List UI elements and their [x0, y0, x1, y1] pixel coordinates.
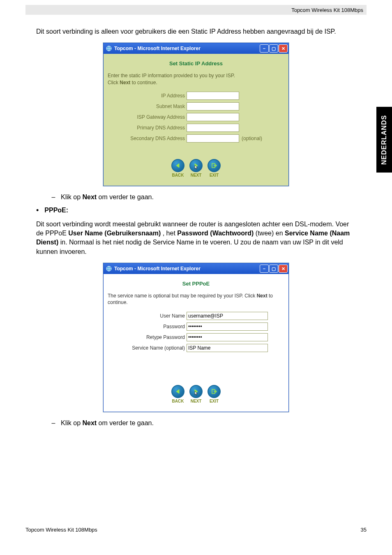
instruction-text: The service name is optional but may be … [108, 292, 284, 306]
user-row: User Name [107, 312, 285, 320]
maximize-button[interactable]: ▢ [269, 44, 278, 53]
gateway-label: ISP Gateway Address [107, 114, 185, 120]
retype-password-label: Retype Password [107, 334, 185, 340]
dash: – [51, 193, 56, 201]
language-tab: NEDERLANDS [376, 107, 392, 173]
header-product: Topcom Wireless Kit 108Mbps [291, 7, 363, 13]
click-next-text: Klik op Next om verder te gaan. [61, 419, 154, 427]
window-title: Topcom - Microsoft Internet Explorer [114, 266, 257, 272]
ip-input[interactable] [187, 92, 239, 100]
gateway-input[interactable] [187, 113, 239, 121]
instruction-text: Enter the static IP information provided… [108, 72, 284, 85]
instr-a: The service name is optional but may be … [108, 293, 257, 299]
exit-button[interactable] [208, 159, 221, 172]
pdns-label: Primary DNS Address [107, 125, 185, 131]
subnet-input[interactable] [187, 102, 239, 111]
back-button[interactable] [171, 385, 184, 398]
back-label: BACK [172, 173, 184, 177]
page-header: Topcom Wireless Kit 108Mbps [25, 5, 367, 15]
intro-paragraph: Dit soort verbinding is alleen voor gebr… [36, 27, 356, 36]
footer-product: Topcom Wireless Kit 108Mbps [25, 527, 97, 533]
page-title: Set PPPoE [107, 281, 285, 287]
instr-b: Next [257, 293, 267, 299]
service-row: Service Name (optional) [107, 344, 285, 352]
nav-buttons: BACK NEXT EXIT [107, 385, 285, 403]
close-button[interactable]: ✕ [279, 265, 288, 273]
click-next-line-2: – Klik op Next om verder te gaan. [51, 419, 356, 427]
ie-icon [106, 266, 112, 272]
back-button[interactable] [171, 159, 184, 172]
close-button[interactable]: ✕ [279, 44, 288, 53]
pppoe-section-head: • PPPoE: [36, 207, 356, 215]
maximize-button[interactable]: ▢ [269, 265, 278, 273]
optional-label: (optional) [242, 136, 262, 141]
ie-window-pppoe: Topcom - Microsoft Internet Explorer − ▢… [103, 263, 289, 412]
pdns-input[interactable] [187, 124, 239, 132]
click-next-line-1: – Klik op Next om verder te gaan. [51, 193, 356, 201]
sdns-input[interactable] [187, 134, 239, 143]
page-footer: Topcom Wireless Kit 108Mbps 35 [25, 527, 367, 533]
cursor-icon [194, 165, 198, 170]
window-title: Topcom - Microsoft Internet Explorer [114, 46, 257, 51]
sdns-row: Secondary DNS Address (optional) [107, 134, 285, 143]
next-label: NEXT [191, 173, 202, 177]
cursor-icon [194, 391, 198, 396]
pppoe-paragraph: Dit soort verbinding wordt meestal gebru… [36, 220, 356, 257]
instr-pre: Click [108, 80, 120, 85]
instr-line1: Enter the static IP information provided… [108, 73, 235, 78]
dash: – [51, 419, 56, 427]
sdns-label: Secondary DNS Address [107, 136, 185, 141]
ip-row: IP Address [107, 92, 285, 100]
minimize-button[interactable]: − [260, 44, 269, 53]
back-label: BACK [172, 399, 184, 403]
bullet-dot: • [36, 207, 39, 215]
ie-window-static: Topcom - Microsoft Internet Explorer − ▢… [103, 43, 289, 186]
ie-icon [106, 46, 112, 51]
ip-label: IP Address [107, 93, 185, 99]
subnet-label: Subnet Mask [107, 104, 185, 109]
exit-button[interactable] [208, 385, 221, 398]
language-tab-label: NEDERLANDS [380, 115, 388, 164]
user-label: User Name [107, 313, 185, 319]
password-row: Password [107, 322, 285, 331]
pdns-row: Primary DNS Address [107, 124, 285, 132]
retype-password-input[interactable] [187, 333, 268, 341]
instr-bold: Next [120, 80, 130, 85]
service-input[interactable] [187, 344, 268, 352]
page-number: 35 [361, 527, 367, 533]
page-title: Set Static IP Address [107, 60, 285, 67]
password-label: Password [107, 324, 185, 329]
exit-label: EXIT [210, 399, 219, 403]
user-input[interactable] [187, 312, 268, 320]
service-label: Service Name (optional) [107, 345, 185, 351]
window-titlebar: Topcom - Microsoft Internet Explorer − ▢… [104, 43, 288, 54]
window-titlebar: Topcom - Microsoft Internet Explorer − ▢… [104, 263, 288, 274]
exit-label: EXIT [210, 173, 219, 177]
instr-post: to continue. [130, 80, 157, 85]
nav-buttons: BACK NEXT EXIT [107, 159, 285, 177]
next-label: NEXT [191, 399, 202, 403]
gateway-row: ISP Gateway Address [107, 113, 285, 121]
retype-password-row: Retype Password [107, 333, 285, 341]
minimize-button[interactable]: − [260, 265, 269, 273]
password-input[interactable] [187, 322, 268, 331]
window-body: Set Static IP Address Enter the static I… [104, 54, 288, 185]
pppoe-heading: PPPoE: [44, 207, 68, 214]
subnet-row: Subnet Mask [107, 102, 285, 111]
click-next-text: Klik op Next om verder te gaan. [61, 193, 154, 201]
window-body: Set PPPoE The service name is optional b… [104, 274, 288, 411]
